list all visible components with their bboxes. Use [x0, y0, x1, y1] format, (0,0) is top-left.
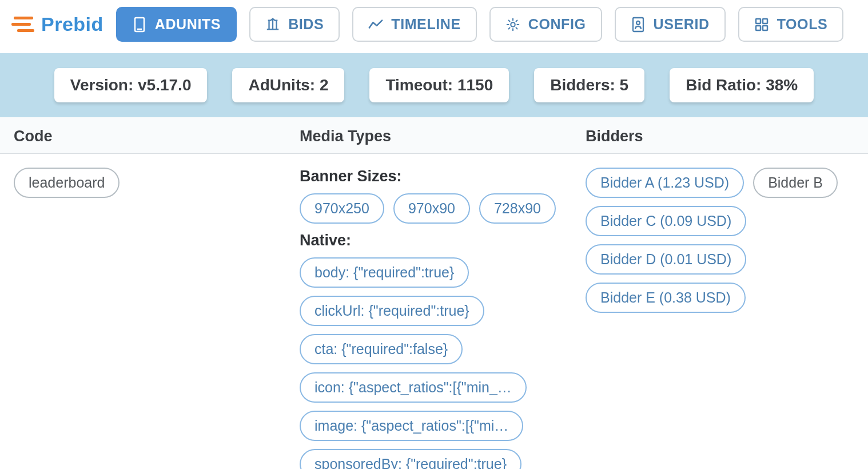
col-media-types: Media Types: [300, 128, 586, 145]
gear-icon: [505, 17, 520, 32]
col-bidders: Bidders: [586, 128, 854, 145]
banner-sizes-label: Banner Sizes:: [300, 168, 586, 185]
tab-label: ADUNITS: [155, 16, 221, 33]
cell-code: leaderboard: [14, 168, 300, 198]
tab-tools[interactable]: TOOLS: [738, 7, 844, 42]
banner-size-pill[interactable]: 970x90: [393, 193, 470, 224]
native-props-group: body: {"required":true} clickUrl: {"requ…: [300, 257, 586, 469]
stat-version: Version: v5.17.0: [54, 68, 208, 102]
table-header: Code Media Types Bidders: [0, 117, 868, 154]
tab-timeline[interactable]: TIMELINE: [352, 7, 476, 42]
native-prop-pill[interactable]: sponsoredBy: {"required":true}: [300, 449, 521, 469]
svg-point-9: [511, 22, 515, 26]
stat-adunits: AdUnits: 2: [232, 68, 344, 102]
nav-tabs: ADUNITS BIDS TIMELINE: [116, 7, 857, 42]
stat-timeout: Timeout: 1150: [369, 68, 509, 102]
svg-rect-12: [756, 19, 761, 23]
tab-adunits[interactable]: ADUNITS: [116, 7, 237, 42]
native-prop-pill[interactable]: clickUrl: {"required":true}: [300, 296, 484, 326]
svg-rect-2: [17, 29, 34, 32]
col-code: Code: [14, 128, 300, 145]
tab-config[interactable]: CONFIG: [489, 7, 602, 42]
bidder-pill[interactable]: Bidder B: [753, 168, 838, 198]
brand: Prebid: [11, 13, 103, 35]
svg-rect-14: [756, 26, 761, 30]
adunit-code-pill[interactable]: leaderboard: [14, 168, 120, 198]
prebid-logo-icon: [11, 14, 35, 35]
userid-icon: [631, 17, 646, 32]
cell-bidders: Bidder A (1.23 USD) Bidder B Bidder C (0…: [586, 168, 854, 313]
tab-label: BIDS: [288, 16, 324, 33]
native-label: Native:: [300, 232, 586, 249]
bidder-pill[interactable]: Bidder A (1.23 USD): [586, 168, 744, 198]
tools-icon: [754, 17, 769, 32]
svg-rect-15: [763, 26, 767, 30]
timeline-icon: [368, 17, 383, 32]
cell-media-types: Banner Sizes: 970x250 970x90 728x90 Nati…: [300, 168, 586, 469]
svg-rect-0: [14, 17, 33, 19]
bidder-pill[interactable]: Bidder E (0.38 USD): [586, 283, 746, 313]
tab-label: TIMELINE: [391, 16, 460, 33]
top-bar: Prebid ADUNITS BIDS: [0, 0, 868, 53]
native-prop-pill[interactable]: image: {"aspect_ratios":[{"mi…: [300, 411, 523, 441]
brand-name: Prebid: [41, 13, 103, 35]
bidder-pill[interactable]: Bidder D (0.01 USD): [586, 244, 746, 275]
tab-label: USERID: [654, 16, 710, 33]
banner-sizes-group: 970x250 970x90 728x90: [300, 193, 586, 224]
native-prop-pill[interactable]: body: {"required":true}: [300, 257, 469, 288]
svg-rect-1: [11, 23, 31, 26]
adunit-row: leaderboard Banner Sizes: 970x250 970x90…: [0, 154, 868, 469]
svg-rect-13: [763, 19, 767, 23]
native-prop-pill[interactable]: icon: {"aspect_ratios":[{"min_…: [300, 372, 527, 403]
tab-bids[interactable]: BIDS: [249, 7, 340, 42]
bidder-pill[interactable]: Bidder C (0.09 USD): [586, 206, 746, 236]
stats-strip: Version: v5.17.0 AdUnits: 2 Timeout: 115…: [0, 53, 868, 117]
adunits-icon: [132, 17, 147, 32]
native-prop-pill[interactable]: cta: {"required":false}: [300, 334, 463, 364]
tab-userid[interactable]: USERID: [615, 7, 726, 42]
stat-bidders: Bidders: 5: [534, 68, 644, 102]
banner-size-pill[interactable]: 970x250: [300, 193, 384, 224]
svg-point-11: [636, 21, 640, 25]
tab-label: CONFIG: [528, 16, 586, 33]
bids-icon: [265, 17, 280, 32]
banner-size-pill[interactable]: 728x90: [479, 193, 556, 224]
tab-label: TOOLS: [777, 16, 828, 33]
stat-bidratio: Bid Ratio: 38%: [670, 68, 814, 102]
